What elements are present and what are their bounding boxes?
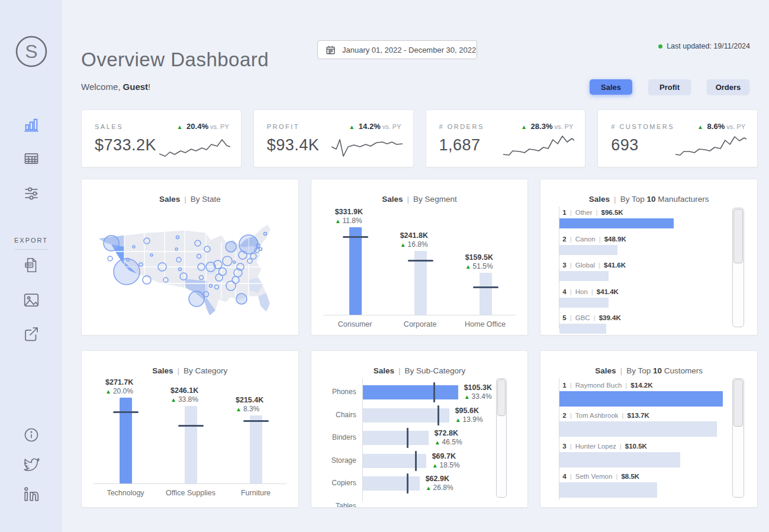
last-updated-text: Last updated: 19/11/2024 <box>667 42 750 50</box>
bar-canon[interactable] <box>559 245 617 255</box>
tab-orders[interactable]: Orders <box>707 79 749 95</box>
share-external-button[interactable] <box>22 325 40 343</box>
kpi-label: # CUSTOMERS <box>611 123 674 130</box>
state-bubble[interactable] <box>114 259 140 285</box>
column-bar-consumer[interactable] <box>349 227 362 315</box>
kpi-label: SALES <box>95 123 123 130</box>
bar-hon[interactable] <box>559 298 609 308</box>
panel-sales-by-state: Sales|By State <box>81 179 299 336</box>
bar-value-label: $72.8K▲46.5% <box>435 429 462 447</box>
row-label-partial: Tables <box>311 502 356 508</box>
x-axis-line <box>94 483 287 484</box>
bar-value-label: $69.7K▲18.5% <box>432 452 460 470</box>
category-label: Corporate <box>385 320 456 328</box>
up-triangle-icon: ▲ <box>177 124 183 130</box>
category-label: Home Office <box>450 320 521 328</box>
column-bar-technology[interactable] <box>120 398 132 483</box>
kpi-value: 693 <box>611 136 639 154</box>
scrollbar-track[interactable] <box>732 208 744 327</box>
svg-text:S: S <box>25 41 37 62</box>
linkedin-icon <box>22 485 40 503</box>
py-target-line <box>473 286 498 288</box>
bar-raymond-buch[interactable] <box>559 391 723 407</box>
state-bubble[interactable] <box>108 256 112 261</box>
column-bar-furniture[interactable] <box>250 415 262 483</box>
state-bubble[interactable] <box>259 248 262 251</box>
sidebar-item-dashboard[interactable] <box>22 116 40 134</box>
rank-row-label: 2|Tom Ashbrook|$13.7K <box>562 412 649 419</box>
us-bubble-map[interactable] <box>90 210 291 328</box>
kpi-card-sales: SALES ▲ 20.4%vs. PY $733.2K <box>81 109 242 167</box>
py-target-line <box>343 236 368 238</box>
date-range-picker[interactable]: January 01, 2022 - December 30, 2022 <box>317 40 477 59</box>
sidebar-item-table[interactable] <box>22 150 40 167</box>
bar-global[interactable] <box>559 271 609 281</box>
py-target-line <box>113 411 139 413</box>
state-bubble[interactable] <box>239 235 258 254</box>
bar-phones[interactable] <box>363 385 458 399</box>
tab-profit[interactable]: Profit <box>648 79 691 95</box>
bar-value-label: $241.8K▲16.8% <box>400 231 444 249</box>
bar-chart-icon <box>23 117 40 133</box>
panel-title: Sales|By Segment <box>311 195 528 204</box>
bar-seth-vemon[interactable] <box>559 482 657 498</box>
sparkline-chart <box>332 135 403 161</box>
state-bubble[interactable] <box>189 291 204 307</box>
rank-row-label: 1|Other|$96.5K <box>562 209 623 216</box>
up-triangle-icon: ▲ <box>697 124 703 130</box>
panel-title: Sales|By Sub-Category <box>311 366 528 375</box>
sidebar: S EXPORT PDF <box>0 0 62 532</box>
category-label: Technology <box>90 489 161 497</box>
kpi-delta: ▲ 14.2%vs. PY <box>349 122 401 131</box>
scrollbar-track[interactable] <box>496 378 507 498</box>
bar-tom-ashbrook[interactable] <box>559 421 717 437</box>
linkedin-link[interactable] <box>22 485 40 503</box>
sidebar-item-filters[interactable] <box>22 185 40 202</box>
bar-value-label: $246.1K▲33.8% <box>170 386 214 404</box>
scrollbar-thumb[interactable] <box>733 209 743 263</box>
export-image-button[interactable] <box>22 291 40 309</box>
state-bubble[interactable] <box>236 294 247 304</box>
column-bar-home-office[interactable] <box>480 273 492 315</box>
kpi-value: $733.2K <box>95 136 156 154</box>
state-bubble[interactable] <box>226 241 236 252</box>
bar-value-label: $331.9K▲11.8% <box>335 208 379 225</box>
category-label: Furniture <box>220 489 291 497</box>
rank-row-label: 4|Seth Vemon|$8.5K <box>562 473 639 480</box>
bar-binders[interactable] <box>363 431 429 445</box>
category-label: Office Supplies <box>155 489 226 497</box>
bar-gbc[interactable] <box>559 324 606 334</box>
kpi-card-orders: # ORDERS ▲ 28.3%vs. PY 1,687 <box>426 109 586 167</box>
last-updated: Last updated: 19/11/2024 <box>658 42 750 50</box>
export-pdf-button[interactable]: PDF <box>22 256 40 274</box>
bar-hunter-lopez[interactable] <box>559 452 680 467</box>
info-button[interactable] <box>22 426 40 444</box>
pdf-file-icon: PDF <box>22 256 40 274</box>
charts-grid: Sales|By State <box>81 179 758 508</box>
py-target-tick <box>407 473 408 494</box>
column-bar-office-supplies[interactable] <box>185 406 197 483</box>
twitter-link[interactable] <box>22 456 40 473</box>
sparkline-chart <box>675 135 747 161</box>
bar-copiers[interactable] <box>363 476 420 491</box>
row-label: Phones <box>311 388 356 396</box>
image-icon <box>22 291 40 309</box>
bar-chairs[interactable] <box>363 408 449 423</box>
sparkline-chart <box>159 135 230 161</box>
svg-text:PDF: PDF <box>26 263 33 267</box>
rank-row-label: 3|Hunter Lopez|$10.5K <box>562 443 647 450</box>
state-bubble[interactable] <box>104 236 119 251</box>
scrollbar-track[interactable] <box>732 378 744 498</box>
panel-title: Sales|By Category <box>82 366 298 375</box>
bar-other[interactable] <box>559 218 674 228</box>
panel-top-customers: Sales|By Top 10 Customers 1|Raymond Buch… <box>540 350 758 508</box>
scrollbar-thumb[interactable] <box>497 379 506 416</box>
app-logo[interactable]: S <box>14 34 49 69</box>
scrollbar-thumb[interactable] <box>733 379 743 427</box>
panel-title: Sales|By State <box>82 195 298 204</box>
row-label: Binders <box>311 433 356 441</box>
welcome-text: Welcome, Guest! <box>81 82 150 92</box>
tab-sales[interactable]: Sales <box>590 79 632 95</box>
kpi-row: SALES ▲ 20.4%vs. PY $733.2K PROFIT ▲ 14.… <box>81 109 758 167</box>
kpi-card-customers: # CUSTOMERS ▲ 8.6%vs. PY 693 <box>597 109 758 167</box>
